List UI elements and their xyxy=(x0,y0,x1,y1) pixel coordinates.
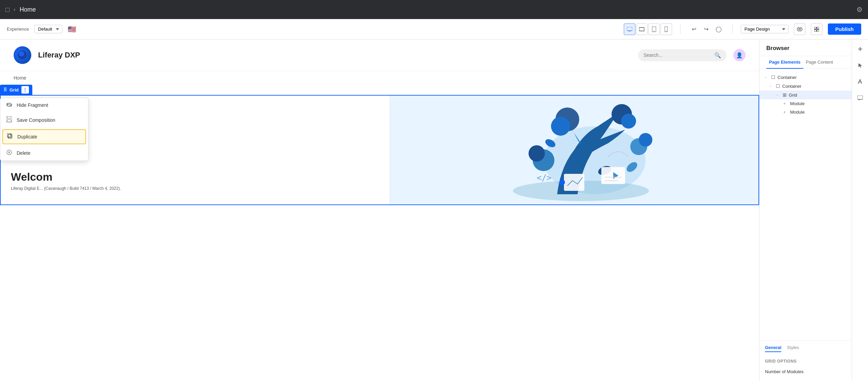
tree-add-icon: + xyxy=(783,110,788,115)
svg-marker-47 xyxy=(858,63,862,68)
gear-icon[interactable]: ⚙ xyxy=(856,5,863,14)
tab-page-elements[interactable]: Page Elements xyxy=(766,56,803,69)
svg-point-28 xyxy=(551,117,570,136)
grid-view-button[interactable] xyxy=(811,23,822,35)
styles-button[interactable] xyxy=(855,76,866,87)
liferay-desc: Liferay Digital E... (Cavanaugh / Build … xyxy=(11,186,380,191)
breadcrumb-home: Home xyxy=(14,75,26,81)
flag-icon[interactable]: 🇺🇸 xyxy=(68,25,76,33)
tablet-landscape-view-button[interactable] xyxy=(636,23,648,35)
tree-label: Container xyxy=(778,75,797,80)
grid-icon: ⊞ xyxy=(783,92,787,98)
site-name: Liferay DXP xyxy=(38,51,80,60)
tree-toggle-icon: - xyxy=(777,93,781,97)
page-design-select[interactable]: Page Design xyxy=(741,25,788,33)
svg-rect-13 xyxy=(817,30,819,32)
experience-select[interactable]: Default xyxy=(34,25,62,33)
fragment-label: Grid xyxy=(10,87,19,93)
svg-point-15 xyxy=(19,51,24,56)
tab-general[interactable]: General xyxy=(765,345,781,352)
top-bar-left: □ ‹ Home xyxy=(5,6,36,14)
context-menu: Hide Fragment Save Composition Duplicate xyxy=(0,98,88,161)
tree-toggle-icon: - xyxy=(770,84,774,88)
svg-point-34 xyxy=(639,133,652,147)
svg-rect-18 xyxy=(7,116,10,119)
num-modules-label: Number of Modules xyxy=(765,369,803,374)
breadcrumb: Home xyxy=(0,71,759,85)
redo-button[interactable]: ↪ xyxy=(701,24,712,35)
sidebar-toggle-icon[interactable]: □ xyxy=(5,6,10,14)
main-layout: Liferay DXP 🔍 👤 Home ⠿ Grid ⋮ xyxy=(0,39,868,381)
svg-rect-10 xyxy=(814,27,816,29)
general-styles-tabs: General Styles xyxy=(765,345,863,352)
svg-point-39 xyxy=(560,180,565,185)
svg-rect-20 xyxy=(8,134,12,138)
hide-icon xyxy=(6,102,13,108)
container-icon: ☐ xyxy=(776,83,780,89)
save-icon xyxy=(6,116,13,124)
search-bar: 🔍 xyxy=(638,49,727,61)
svg-rect-38 xyxy=(564,174,584,191)
desktop-view-button[interactable] xyxy=(624,23,635,35)
illustration: </> xyxy=(489,99,659,201)
svg-point-32 xyxy=(529,145,545,162)
duplicate-item[interactable]: Duplicate xyxy=(2,129,86,144)
svg-point-8 xyxy=(666,31,667,31)
svg-point-9 xyxy=(799,28,800,30)
duplicate-label: Duplicate xyxy=(17,134,37,139)
tree-add-icon: + xyxy=(783,101,788,106)
back-button[interactable]: ‹ xyxy=(14,6,15,13)
svg-rect-48 xyxy=(857,96,863,99)
comments-button[interactable] xyxy=(855,93,866,103)
tablet-portrait-view-button[interactable] xyxy=(648,23,660,35)
experience-label: Experience xyxy=(7,27,29,32)
toolbar-separator-2 xyxy=(732,24,733,34)
svg-rect-12 xyxy=(814,30,816,32)
grid-right-module: </> xyxy=(390,96,759,204)
side-icons-panel xyxy=(852,39,868,381)
avatar[interactable]: 👤 xyxy=(733,49,746,61)
tree-toggle-icon: - xyxy=(765,75,769,80)
save-composition-label: Save Composition xyxy=(17,117,55,123)
svg-point-6 xyxy=(654,31,654,32)
page-header: Liferay DXP 🔍 👤 xyxy=(0,39,759,71)
selection-button[interactable] xyxy=(855,60,866,71)
history-button[interactable]: ◯ xyxy=(713,24,724,35)
fragment-menu-button[interactable]: ⋮ xyxy=(21,86,29,94)
svg-text:</>: </> xyxy=(537,173,551,183)
search-input[interactable] xyxy=(644,52,712,58)
grid-options-row: GRID OPTIONS ⌄ xyxy=(765,356,863,366)
tree-label: Module xyxy=(790,110,805,115)
browser-title: Browser xyxy=(766,45,789,51)
preview-button[interactable] xyxy=(794,23,805,35)
delete-item[interactable]: Delete xyxy=(0,146,88,161)
view-buttons xyxy=(624,23,672,35)
tab-styles[interactable]: Styles xyxy=(787,345,799,352)
drag-handle-icon[interactable]: ⠿ xyxy=(3,87,7,93)
toolbar: Experience Default 🇺🇸 ↩ ↪ ◯ Page Design … xyxy=(0,19,868,39)
tree-label: Grid xyxy=(789,93,797,98)
svg-point-4 xyxy=(644,29,644,30)
search-icon[interactable]: 🔍 xyxy=(714,52,721,59)
page-title: Home xyxy=(19,6,36,13)
page-preview: Liferay DXP 🔍 👤 Home ⠿ Grid ⋮ xyxy=(0,39,759,381)
grid-wrapper: Welcom Liferay Digital E... (Cavanaugh /… xyxy=(0,95,759,205)
undo-button[interactable]: ↩ xyxy=(689,24,700,35)
num-modules-row: Number of Modules xyxy=(765,366,863,377)
svg-rect-11 xyxy=(817,27,819,29)
svg-point-30 xyxy=(621,114,636,129)
save-composition-item[interactable]: Save Composition xyxy=(0,112,88,128)
hide-fragment-label: Hide Fragment xyxy=(17,102,48,108)
svg-rect-0 xyxy=(627,27,632,31)
publish-button[interactable]: Publish xyxy=(828,23,861,35)
add-fragment-button[interactable] xyxy=(855,44,866,54)
duplicate-icon xyxy=(6,133,13,140)
fragment-bar: ⠿ Grid ⋮ xyxy=(0,85,32,95)
mobile-view-button[interactable] xyxy=(661,23,672,35)
hide-fragment-item[interactable]: Hide Fragment xyxy=(0,98,88,112)
svg-rect-19 xyxy=(7,120,11,122)
tab-page-content[interactable]: Page Content xyxy=(803,56,836,69)
canvas-area: Liferay DXP 🔍 👤 Home ⠿ Grid ⋮ xyxy=(0,39,759,381)
svg-rect-21 xyxy=(7,133,11,137)
logo-icon xyxy=(14,46,31,64)
